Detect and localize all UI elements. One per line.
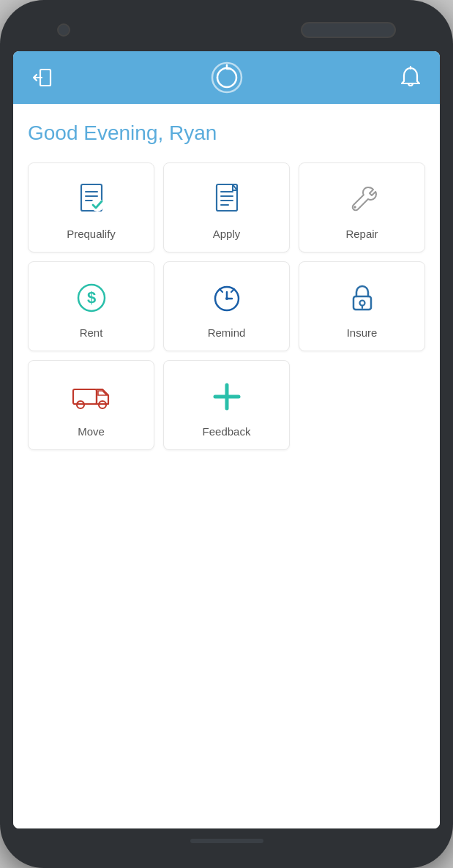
greeting-text: Good Evening, Ryan bbox=[28, 121, 425, 145]
prequalify-label: Prequalify bbox=[67, 228, 116, 240]
insure-button[interactable]: Insure bbox=[299, 261, 425, 351]
phone-camera bbox=[57, 23, 70, 37]
remind-icon bbox=[206, 277, 248, 319]
app-header bbox=[13, 51, 440, 104]
repair-icon bbox=[341, 178, 383, 220]
feedback-label: Feedback bbox=[203, 425, 251, 438]
insure-icon bbox=[341, 277, 383, 319]
insure-label: Insure bbox=[347, 326, 378, 339]
rent-icon: $ bbox=[70, 277, 113, 319]
repair-label: Repair bbox=[345, 228, 378, 240]
remind-button[interactable]: Remind bbox=[163, 261, 290, 351]
phone-frame: Good Evening, Ryan bbox=[0, 0, 453, 868]
apply-label: Apply bbox=[213, 228, 241, 240]
exit-icon[interactable] bbox=[29, 64, 56, 91]
feedback-button[interactable]: Feedback bbox=[163, 360, 290, 450]
rent-label: Rent bbox=[80, 326, 103, 339]
app-content: Good Evening, Ryan bbox=[13, 104, 440, 828]
phone-home-indicator bbox=[190, 839, 263, 843]
phone-screen: Good Evening, Ryan bbox=[13, 51, 440, 828]
phone-speaker bbox=[301, 22, 396, 38]
logo-icon bbox=[210, 61, 244, 94]
remind-label: Remind bbox=[208, 326, 246, 339]
bell-icon[interactable] bbox=[397, 64, 424, 91]
svg-rect-27 bbox=[73, 389, 97, 404]
phone-top-bar bbox=[13, 15, 440, 45]
move-button[interactable]: Move bbox=[28, 360, 154, 450]
svg-rect-9 bbox=[217, 184, 237, 211]
svg-text:$: $ bbox=[86, 288, 95, 307]
feedback-icon bbox=[206, 375, 248, 418]
menu-grid: Prequalify bbox=[28, 162, 425, 450]
phone-bottom-bar bbox=[13, 828, 440, 846]
apply-button[interactable]: Apply bbox=[163, 162, 290, 252]
svg-point-15 bbox=[353, 206, 356, 209]
move-label: Move bbox=[78, 425, 105, 438]
svg-point-23 bbox=[225, 297, 228, 300]
svg-line-22 bbox=[231, 289, 234, 292]
prequalify-button[interactable]: Prequalify bbox=[28, 162, 154, 252]
svg-line-21 bbox=[220, 289, 222, 292]
apply-icon bbox=[206, 178, 248, 220]
move-icon bbox=[70, 375, 113, 418]
rent-button[interactable]: $ Rent bbox=[28, 261, 154, 351]
prequalify-icon bbox=[70, 178, 113, 220]
repair-button[interactable]: Repair bbox=[299, 162, 425, 252]
